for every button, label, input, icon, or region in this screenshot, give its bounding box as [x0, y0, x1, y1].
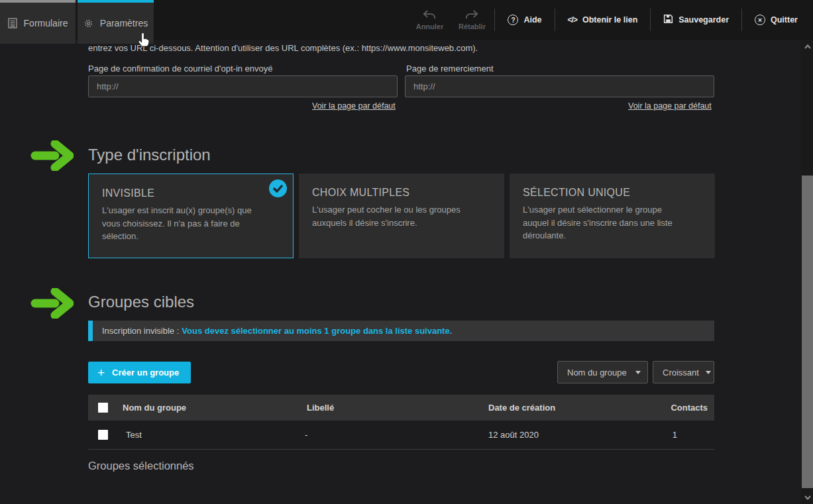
redo-label: Rétablir: [459, 23, 486, 30]
card-invisible-desc: L'usager est inscrit au(x) groupe(s) que…: [102, 204, 266, 243]
sort-order-value: Croissant: [663, 368, 699, 378]
code-icon: </>: [568, 15, 577, 25]
plus-icon: +: [97, 366, 105, 379]
cell-created-date: 12 août 2020: [488, 430, 539, 440]
select-all-checkbox[interactable]: [98, 403, 108, 413]
tab-parametres[interactable]: Paramètres: [78, 0, 154, 44]
chevron-down-icon: [706, 371, 711, 374]
thankyou-page-label: Page de remerciement: [406, 64, 494, 74]
card-selection-unique-title: SÉLECTION UNIQUE: [523, 187, 702, 199]
document-icon: [8, 18, 17, 28]
undo-icon: [422, 9, 437, 21]
card-invisible[interactable]: INVISIBLE L'usager est inscrit au(x) gro…: [88, 174, 294, 258]
optin-page-label: Page de confirmation de courriel d'opt-i…: [88, 64, 273, 74]
quit-button[interactable]: × Quitter: [743, 15, 802, 25]
tab-formulaire-label: Formulaire: [24, 18, 68, 28]
selected-groups-heading: Groupes sélectionnés: [88, 460, 194, 472]
form-settings-page: Annuler Rétablir ? Aide </> Obtenir le l…: [0, 0, 813, 504]
undo-button[interactable]: Annuler: [408, 9, 451, 30]
sort-field-value: Nom du groupe: [567, 368, 627, 378]
optin-page-url-input[interactable]: [88, 76, 398, 97]
card-choix-multiples-desc: L'usager peut cocher le ou les groupes a…: [312, 203, 476, 229]
invisible-registration-notice: Inscription invisible : Vous devez sélec…: [88, 321, 714, 341]
registration-type-cards: INVISIBLE L'usager est inscrit au(x) gro…: [88, 174, 715, 258]
table-row[interactable]: Test - 12 août 2020 1: [88, 421, 714, 450]
green-arrow-icon: [30, 288, 74, 319]
save-label: Sauvegarder: [678, 15, 729, 25]
create-group-label: Créer un groupe: [112, 368, 179, 378]
toolbar-separator: [555, 9, 555, 31]
card-choix-multiples[interactable]: CHOIX MULTIPLES L'usager peut cocher le …: [299, 174, 504, 258]
scroll-up-icon[interactable]: [802, 42, 813, 51]
get-link-button[interactable]: </> Obtenir le lien: [557, 15, 649, 25]
help-label: Aide: [523, 15, 541, 25]
scroll-down-icon[interactable]: [802, 493, 813, 502]
close-circle-icon: ×: [755, 15, 765, 25]
scrollbar-thumb[interactable]: [802, 176, 813, 488]
registration-type-heading: Type d'inscription: [88, 146, 211, 164]
quit-label: Quitter: [771, 15, 798, 25]
card-choix-multiples-title: CHOIX MULTIPLES: [312, 187, 491, 199]
selected-check-icon: [269, 179, 287, 197]
settings-scroll-area: entrez vos URL ci-dessous. Attention d'u…: [0, 40, 802, 504]
card-invisible-title: INVISIBLE: [102, 187, 280, 199]
thankyou-page-url-input[interactable]: [405, 76, 714, 97]
target-groups-heading: Groupes cibles: [88, 293, 194, 311]
cell-label: -: [305, 430, 307, 440]
redo-icon: [464, 9, 479, 21]
sort-order-dropdown[interactable]: Croissant: [653, 361, 714, 383]
header-created-date: Date de création: [488, 403, 555, 413]
gear-icon: [83, 19, 93, 28]
header-contacts: Contacts: [671, 403, 708, 413]
help-button[interactable]: ? Aide: [496, 15, 553, 25]
notice-prefix: Inscription invisible :: [102, 326, 179, 336]
toolbar-separator: [741, 9, 742, 31]
redo-button[interactable]: Rétablir: [451, 9, 493, 30]
save-button[interactable]: Sauvegarder: [652, 14, 740, 26]
toolbar: Annuler Rétablir ? Aide </> Obtenir le l…: [408, 0, 802, 40]
undo-label: Annuler: [416, 23, 444, 30]
header-label: Libellé: [307, 403, 334, 413]
thankyou-default-page-link[interactable]: Voir la page par défaut: [628, 101, 712, 111]
header-group-name: Nom du groupe: [123, 403, 186, 413]
optin-default-page-link[interactable]: Voir la page par défaut: [312, 101, 396, 111]
vertical-scrollbar[interactable]: [802, 40, 813, 504]
tab-parametres-label: Paramètres: [100, 18, 148, 28]
url-intro-text: entrez vos URL ci-dessous. Attention d'u…: [88, 43, 714, 53]
notice-highlight: Vous devez sélectionner au moins 1 group…: [182, 326, 452, 336]
create-group-button[interactable]: + Créer un groupe: [88, 362, 191, 383]
card-selection-unique[interactable]: SÉLECTION UNIQUE L'usager peut sélection…: [510, 174, 715, 258]
card-selection-unique-desc: L'usager peut sélectionner le groupe auq…: [523, 203, 687, 242]
row-checkbox[interactable]: [98, 430, 108, 440]
groups-table-header: Nom du groupe Libellé Date de création C…: [88, 395, 714, 421]
help-icon: ?: [508, 15, 518, 25]
get-link-label: Obtenir le lien: [582, 15, 637, 25]
chevron-down-icon: [635, 371, 641, 374]
toolbar-separator: [650, 9, 651, 31]
cell-contacts: 1: [673, 430, 677, 440]
cell-group-name: Test: [126, 430, 142, 440]
save-icon: [663, 14, 673, 26]
toolbar-separator: [494, 9, 495, 31]
sort-field-dropdown[interactable]: Nom du groupe: [557, 361, 648, 383]
tab-formulaire[interactable]: Formulaire: [0, 0, 76, 44]
green-arrow-icon: [30, 140, 74, 171]
